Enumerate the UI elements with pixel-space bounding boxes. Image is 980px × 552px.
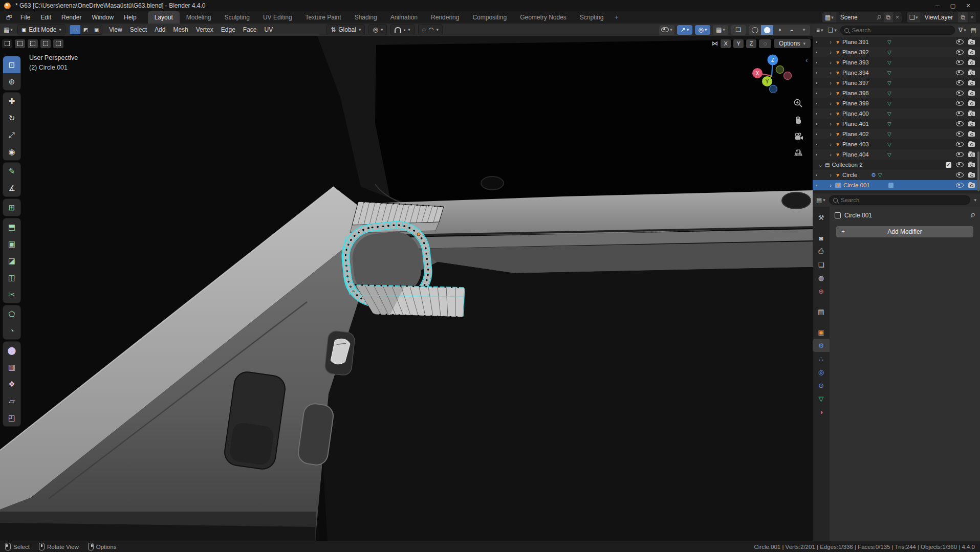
disable-render-icon[interactable] xyxy=(968,163,975,167)
scene-unlink-icon[interactable]: × xyxy=(893,14,902,21)
smooth-tool[interactable]: ⬤ xyxy=(3,342,20,359)
properties-tab-render[interactable]: ◙ xyxy=(813,231,830,245)
select-subtract-mode-button[interactable] xyxy=(28,39,38,48)
transform-tool[interactable]: ◉ xyxy=(3,143,20,160)
hide-eye-icon[interactable] xyxy=(956,183,964,188)
outliner-row-plane-398[interactable]: › ▼ Plane.398 ▽ xyxy=(813,88,980,98)
outliner-filter-id-dropdown[interactable]: ❏▾ xyxy=(827,27,838,34)
properties-tab-object-data[interactable]: ▽ xyxy=(813,392,830,405)
properties-tab-output[interactable]: ⎙ xyxy=(813,245,830,258)
hide-eye-icon[interactable] xyxy=(956,50,964,55)
collapse-chevron-icon[interactable]: ⌄ xyxy=(818,162,823,168)
hide-eye-icon[interactable] xyxy=(956,162,964,167)
annotate-tool[interactable]: ✎ xyxy=(3,163,20,180)
expand-chevron-icon[interactable]: › xyxy=(828,49,833,55)
gizmo-neg-y-axis[interactable] xyxy=(776,66,784,74)
face-select-mode-button[interactable]: ▣ xyxy=(91,25,102,34)
expand-chevron-icon[interactable]: › xyxy=(828,111,833,117)
expand-chevron-icon[interactable]: › xyxy=(828,182,833,188)
hide-eye-icon[interactable] xyxy=(956,111,964,116)
extrude-region-tool[interactable]: ⬒ xyxy=(3,218,20,235)
expand-chevron-icon[interactable]: › xyxy=(828,59,833,65)
properties-search[interactable] xyxy=(829,195,971,205)
app-menu-icon[interactable]: 🗗 xyxy=(3,12,15,23)
proportional-editing-controls[interactable]: ○ ◠ ▾ xyxy=(418,24,443,35)
maximize-button[interactable]: ▢ xyxy=(945,0,961,11)
expand-chevron-icon[interactable]: › xyxy=(828,172,833,178)
disable-render-icon[interactable] xyxy=(968,101,975,106)
shrink-fatten-tool[interactable]: ❖ xyxy=(3,376,20,392)
properties-search-input[interactable] xyxy=(829,195,971,205)
mode-dropdown[interactable]: ▣ Edit Mode ▾ xyxy=(17,24,66,35)
disable-render-icon[interactable] xyxy=(968,152,975,157)
orthographic-grid-button[interactable] xyxy=(793,148,803,157)
hide-eye-icon[interactable] xyxy=(956,70,964,75)
mirror-y-button[interactable]: Y xyxy=(733,39,744,48)
navigation-gizmo[interactable]: Z X Y xyxy=(748,49,797,98)
loop-cut-tool[interactable]: ◫ xyxy=(3,269,20,286)
hide-eye-icon[interactable] xyxy=(956,172,964,178)
close-button[interactable]: ✕ xyxy=(961,0,976,11)
show-overlays-toggle[interactable]: ◎▾ xyxy=(695,25,710,35)
add-workspace-button[interactable]: + xyxy=(611,11,623,24)
hide-eye-icon[interactable] xyxy=(956,142,964,147)
outliner-row-plane-399[interactable]: › ▼ Plane.399 ▽ xyxy=(813,98,980,108)
hide-eye-icon[interactable] xyxy=(956,60,964,65)
menu-view[interactable]: View xyxy=(109,26,122,33)
properties-tab-world[interactable]: ⊕ xyxy=(813,284,830,298)
vertex-select-mode-button[interactable]: ∷ xyxy=(70,25,80,34)
menu-edit[interactable]: Edit xyxy=(36,12,55,23)
viewlayer-browse-icon[interactable]: ❏▾ xyxy=(907,12,920,23)
tool-options-dropdown[interactable]: Options▾ xyxy=(774,39,811,48)
properties-tab-object[interactable]: ▣ xyxy=(813,325,830,339)
menu-render[interactable]: Render xyxy=(57,12,85,23)
menu-mesh[interactable]: Mesh xyxy=(173,26,188,33)
outliner-display-mode-dropdown[interactable]: ≡▾ xyxy=(815,27,824,34)
inset-faces-tool[interactable]: ▣ xyxy=(3,235,20,252)
correct-face-attributes-icon[interactable]: ◌ xyxy=(759,39,771,48)
tab-texture-paint[interactable]: Texture Paint xyxy=(299,11,348,24)
disable-render-icon[interactable] xyxy=(968,40,975,45)
expand-chevron-icon[interactable]: › xyxy=(828,80,833,86)
disable-render-icon[interactable] xyxy=(968,173,975,178)
bevel-tool[interactable]: ◪ xyxy=(3,252,20,269)
add-cube-tool[interactable]: ⊞ xyxy=(3,199,20,216)
menu-file[interactable]: File xyxy=(16,12,34,23)
properties-tab-modifiers[interactable]: ⚙ xyxy=(813,339,830,352)
outliner-row-plane-394[interactable]: › ▼ Plane.394 ▽ xyxy=(813,68,980,78)
hide-eye-icon[interactable] xyxy=(956,101,964,106)
outliner-filter-icon[interactable]: ∇▾ xyxy=(957,27,967,34)
disable-render-icon[interactable] xyxy=(968,142,975,147)
outliner-row-circle-001[interactable]: › ▼ Circle.001 ▽ xyxy=(813,180,980,190)
tab-geometry-nodes[interactable]: Geometry Nodes xyxy=(513,11,573,24)
select-set-mode-button[interactable] xyxy=(2,39,12,48)
edge-select-mode-button[interactable]: ◩ xyxy=(80,25,91,34)
poly-build-tool[interactable]: ⬠ xyxy=(3,305,20,322)
expand-chevron-icon[interactable]: › xyxy=(828,151,833,158)
wireframe-shading-button[interactable]: ◯ xyxy=(749,25,761,35)
disable-render-icon[interactable] xyxy=(968,71,975,75)
menu-window[interactable]: Window xyxy=(88,12,118,23)
select-invert-mode-button[interactable] xyxy=(40,39,51,48)
collection-checkbox[interactable]: ✓ xyxy=(946,162,951,168)
menu-uv[interactable]: UV xyxy=(265,26,273,33)
outliner-scrollbar[interactable] xyxy=(977,151,979,191)
disable-render-icon[interactable] xyxy=(968,183,975,188)
disable-render-icon[interactable] xyxy=(968,122,975,126)
sidebar-collapse-arrow[interactable]: ‹ xyxy=(805,56,808,64)
viewport-canvas[interactable]: ⋈ X Y Z ◌ Options▾ User Perspective (2) … xyxy=(0,36,813,541)
hide-eye-icon[interactable] xyxy=(956,152,964,157)
scene-name[interactable]: Scene xyxy=(836,14,874,21)
rendered-shading-button[interactable]: ◒ xyxy=(786,25,798,35)
properties-tab-collection[interactable]: ▤ xyxy=(813,305,830,318)
solid-shading-button[interactable]: ⬤ xyxy=(761,25,773,35)
properties-tab-constraints[interactable]: ⊙ xyxy=(813,379,830,392)
menu-vertex[interactable]: Vertex xyxy=(196,26,213,33)
hide-eye-icon[interactable] xyxy=(956,80,964,85)
rotate-tool[interactable]: ↻ xyxy=(3,109,20,126)
tab-animation[interactable]: Animation xyxy=(384,11,424,24)
gizmo-neg-z-axis[interactable] xyxy=(770,85,777,93)
menu-help[interactable]: Help xyxy=(120,12,141,23)
outliner-row-plane-400[interactable]: › ▼ Plane.400 ▽ xyxy=(813,108,980,119)
outliner-search-input[interactable] xyxy=(840,26,955,35)
